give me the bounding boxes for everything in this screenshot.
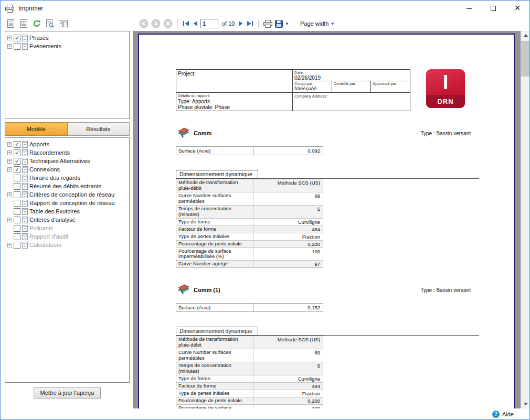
report-type-line: Type: Apports bbox=[178, 99, 291, 105]
close-button[interactable] bbox=[505, 1, 529, 16]
tree-item[interactable]: Calculateurs bbox=[6, 241, 128, 249]
preview-area[interactable]: Project: Détails du rapport: Type: Appor… bbox=[133, 31, 529, 408]
tree-item[interactable]: Événements bbox=[6, 42, 128, 50]
section-title: Comm bbox=[194, 130, 211, 136]
project-label: Project: bbox=[176, 70, 292, 93]
tree-item[interactable]: Résumé des débits entrants bbox=[6, 182, 128, 190]
nav-forward-button[interactable] bbox=[151, 19, 161, 28]
tree-item[interactable]: Table des Exutoires bbox=[6, 207, 128, 216]
tree-checkbox[interactable] bbox=[14, 191, 20, 198]
expand-icon[interactable] bbox=[7, 36, 12, 40]
report-doc-icon bbox=[22, 149, 28, 156]
help-label[interactable]: Aide bbox=[502, 411, 514, 417]
print-preview-icon[interactable] bbox=[45, 19, 55, 28]
zoom-combobox[interactable]: Page width ▾ bbox=[298, 19, 336, 28]
expand-icon[interactable] bbox=[7, 150, 12, 155]
dimension-heading: Dimensionnement dynamique bbox=[176, 169, 479, 179]
tree-checkbox[interactable] bbox=[14, 217, 20, 223]
page-number-input[interactable] bbox=[200, 19, 218, 28]
tree-checkbox[interactable] bbox=[14, 175, 20, 181]
tree-checkbox[interactable] bbox=[14, 225, 20, 232]
tree-item[interactable]: Rapport de conception de réseau bbox=[6, 199, 128, 207]
tree-item[interactable]: Raccordements bbox=[6, 148, 128, 157]
report-details-cell: Détails du rapport: Type: Apports Phase … bbox=[176, 93, 292, 111]
next-page-button[interactable] bbox=[238, 20, 244, 27]
dimension-row-label: Curve Number surfaces perméables bbox=[176, 192, 253, 205]
dimension-row-label: Facteur de forme bbox=[176, 383, 253, 390]
tree-checkbox[interactable] bbox=[14, 183, 20, 190]
tree-item[interactable]: Connexions bbox=[6, 165, 128, 174]
dimension-row: Facteur de forme 484 bbox=[176, 225, 323, 233]
tree-item[interactable]: Polluants bbox=[6, 224, 128, 232]
surface-value: 0,152 bbox=[253, 304, 323, 311]
minimize-button[interactable] bbox=[457, 1, 481, 16]
tree-checkbox[interactable] bbox=[14, 141, 20, 148]
tree-checkbox[interactable] bbox=[14, 233, 20, 240]
maximize-button[interactable] bbox=[481, 1, 505, 16]
preview-scrollbar[interactable] bbox=[521, 31, 529, 408]
report-summary-icon[interactable] bbox=[6, 19, 15, 28]
tree-checkbox[interactable] bbox=[14, 35, 20, 41]
window-controls bbox=[457, 1, 529, 16]
print-button[interactable] bbox=[263, 20, 272, 28]
book-pages-icon[interactable] bbox=[58, 19, 68, 28]
checked-by-label: Contrôlé par: bbox=[334, 82, 369, 86]
report-doc-icon bbox=[22, 242, 28, 249]
update-preview-button[interactable]: Mettre à jour l'aperçu bbox=[34, 387, 101, 399]
section-type-label: Type : Bassin versant bbox=[420, 287, 477, 293]
expand-icon[interactable] bbox=[7, 159, 12, 164]
expand-icon[interactable] bbox=[7, 192, 12, 197]
report-doc-icon bbox=[22, 166, 28, 173]
section-type-label: Type : Bassin versant bbox=[420, 131, 477, 136]
statusbar: ? Aide bbox=[1, 408, 529, 419]
tree-item-label: Horaire des regards bbox=[29, 175, 80, 181]
export-save-button[interactable] bbox=[275, 20, 283, 28]
dimension-row: Pourcentage de surface imperméabilisée (… bbox=[176, 404, 323, 408]
report-table-icon[interactable] bbox=[19, 19, 28, 28]
tree-item[interactable]: Rapport d'audit bbox=[6, 232, 128, 241]
help-icon[interactable]: ? bbox=[492, 411, 500, 418]
scroll-up-button[interactable] bbox=[521, 31, 529, 40]
scrollbar-thumb[interactable] bbox=[521, 41, 529, 77]
approved-by-cell: Approuvé par: bbox=[371, 81, 410, 92]
toolbar-separator bbox=[293, 19, 293, 28]
expand-icon[interactable] bbox=[7, 243, 12, 247]
report-section: Comm Type : Bassin versant Surface (Acre… bbox=[176, 127, 477, 268]
export-dropdown-caret[interactable]: ▾ bbox=[285, 21, 288, 26]
previous-page-button[interactable] bbox=[192, 20, 198, 27]
tree-checkbox[interactable] bbox=[14, 158, 20, 165]
refresh-icon[interactable] bbox=[32, 19, 41, 28]
scroll-down-button[interactable] bbox=[521, 400, 529, 408]
expand-icon[interactable] bbox=[7, 218, 12, 222]
dimension-row-label: Pourcentage de perte initiale bbox=[176, 241, 253, 247]
report-header-table: Project: Détails du rapport: Type: Appor… bbox=[176, 69, 410, 111]
tree-item[interactable]: Apports bbox=[6, 140, 128, 148]
tree-checkbox[interactable] bbox=[14, 149, 20, 156]
nav-back-button[interactable] bbox=[139, 19, 149, 28]
first-page-button[interactable] bbox=[183, 20, 189, 27]
tree-item[interactable]: Horaire des regards bbox=[6, 174, 128, 182]
dimension-row-value: Méthode SCS (US) bbox=[253, 336, 323, 349]
nav-stop-button[interactable] bbox=[163, 19, 173, 28]
tab-modele[interactable]: Modèle bbox=[5, 122, 68, 136]
tree-item[interactable]: Techniques Alternatives bbox=[6, 157, 128, 165]
expand-icon[interactable] bbox=[7, 44, 12, 49]
tree-checkbox[interactable] bbox=[14, 43, 20, 50]
tree-checkbox[interactable] bbox=[14, 200, 20, 207]
last-page-button[interactable] bbox=[247, 20, 253, 27]
tab-resultats[interactable]: Résultats bbox=[68, 122, 130, 136]
tree-item[interactable]: Critères d'analyse bbox=[6, 216, 128, 224]
expand-icon[interactable] bbox=[7, 167, 12, 172]
tree-checkbox[interactable] bbox=[14, 208, 20, 215]
dimension-row: Temps de concentration (minutes) 5 bbox=[176, 205, 323, 218]
tree-checkbox[interactable] bbox=[14, 242, 20, 249]
report-doc-icon bbox=[22, 175, 28, 181]
dimension-row-label: Méthode de transformation pluie-débit bbox=[176, 179, 253, 192]
dimension-row-label: Temps de concentration (minutes) bbox=[176, 206, 253, 218]
dimension-row-value: 0,200 bbox=[253, 241, 323, 247]
tree-item[interactable]: Phases bbox=[6, 34, 128, 42]
expand-icon[interactable] bbox=[7, 142, 12, 147]
dimension-row-label: Curve Number agrégé bbox=[176, 261, 253, 267]
tree-item[interactable]: Critères de conception de réseau bbox=[6, 190, 128, 199]
tree-checkbox[interactable] bbox=[14, 166, 20, 173]
